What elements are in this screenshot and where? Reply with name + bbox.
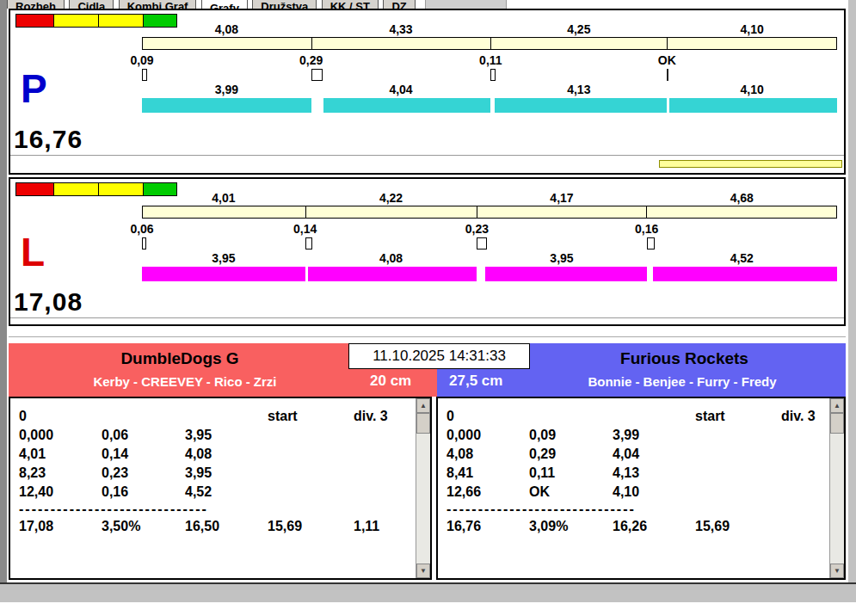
left-results-table: 0 start div. 3 0,000 0,06 3,95 4 (19, 407, 410, 536)
scrollbar[interactable]: ▲ ▼ (416, 398, 430, 578)
table-cell: 15,69 (268, 519, 354, 534)
table-cell: 1,11 (354, 519, 410, 534)
legend-red-box (15, 182, 54, 196)
table-cell: 16,26 (613, 519, 695, 534)
dog-time-label: 4,52 (647, 251, 837, 265)
right-team-subtitle: 27,5 cm Bonnie - Benjee - Furry - Fredy (437, 373, 846, 390)
dog-time-label: 4,13 (490, 83, 667, 96)
scroll-up-button[interactable]: ▲ (416, 398, 430, 413)
table-cell: 0,11 (529, 465, 613, 481)
table-cell: start (695, 409, 781, 424)
scroll-down-button[interactable]: ▼ (830, 564, 844, 578)
lane-l-graph: 4,01 4,22 4,17 4,68 0,06 0,14 0,23 0,16 (142, 191, 837, 287)
table-cell: 8,41 (446, 465, 529, 481)
crossing-time-label: 0,23 (446, 222, 507, 236)
table-row: 8,41 0,11 4,13 (446, 464, 823, 483)
table-cell: 0,29 (529, 447, 613, 462)
dog-time-label: 4,08 (305, 251, 477, 265)
tab-dz[interactable]: DZ (383, 0, 415, 9)
split-divider (477, 206, 477, 218)
table-cell: 12,66 (446, 484, 529, 500)
split-divider (667, 38, 668, 49)
table-cell: 0,16 (102, 484, 185, 500)
legend-yellow-box (98, 14, 144, 28)
scroll-thumb[interactable] (416, 413, 430, 434)
timestamp: 11.10.2025 14:31:33 (348, 343, 530, 369)
scroll-thumb[interactable] (830, 413, 844, 434)
split-divider (490, 38, 491, 49)
legend-yellow-box (98, 182, 144, 196)
dog-time-bar (485, 267, 646, 281)
crossing-time-label: 0,29 (281, 53, 342, 67)
tab-cidla[interactable]: Cidla (69, 0, 114, 9)
split-time-label: 4,08 (142, 22, 311, 36)
lane-letter: P (21, 69, 47, 108)
dog-time-bar (653, 267, 837, 281)
table-cell: div. 3 (354, 409, 410, 424)
dog-time-bar (323, 98, 491, 113)
tab-druzstva[interactable]: Družstva (252, 0, 317, 9)
tab-label: Kombi Graf (127, 0, 188, 9)
crossing-tick (142, 69, 147, 81)
tab-grafy[interactable]: Grafy (201, 0, 248, 9)
scrollbar[interactable]: ▲ ▼ (829, 398, 844, 578)
split-divider (646, 206, 647, 218)
result-tables: 0 start div. 3 0,000 0,06 3,95 4 (9, 397, 846, 580)
table-row: 0,000 0,09 3,99 (446, 426, 823, 445)
split-bar (142, 37, 837, 50)
lane-l-panel: L 17,08 4,01 4,22 4,17 4,68 0,06 0,14 0,… (9, 177, 846, 326)
crossing-tick (490, 69, 496, 81)
team-headers: DumbleDogs G Kerby - CREEVEY - Rico - Zr… (9, 343, 846, 397)
dog-time-label: 4,10 (667, 83, 837, 96)
tab-label: Družstva (261, 0, 308, 9)
dog-time-label: 3,95 (477, 251, 646, 265)
tab-label: Grafy (210, 2, 239, 9)
crossing-time-label: OK (637, 53, 697, 67)
window-content: Rozbeh Cidla Kombi Graf Grafy Družstva K… (7, 0, 848, 582)
table-summary-row: 17,08 3,50% 16,50 15,69 1,11 (19, 517, 410, 536)
table-header-row: 0 start div. 3 (446, 407, 823, 426)
tab-label: Rozbeh (15, 0, 56, 9)
split-time-label: 4,01 (142, 191, 305, 205)
tab-rozbeh[interactable]: Rozbeh (7, 0, 65, 9)
left-team-dogs: Kerby - CREEVEY - Rico - Zrzi (9, 374, 361, 389)
tab-kombi-graf[interactable]: Kombi Graf (119, 0, 197, 9)
crossing-time-label: 0,09 (112, 53, 172, 67)
table-cell: 0,000 (446, 428, 529, 443)
dog-time-bar (142, 267, 305, 281)
table-header-row: 0 start div. 3 (19, 407, 410, 426)
split-time-label: 4,22 (305, 191, 477, 205)
left-team-jump-height: 20 cm (361, 373, 437, 390)
window-frame-right (848, 0, 856, 582)
window-frame-left (0, 0, 7, 582)
tab-bar-scrollbar[interactable] (425, 0, 507, 9)
timer-progress-strip (659, 160, 842, 168)
table-row: 4,08 0,29 4,04 (446, 445, 823, 464)
table-row: 4,01 0,14 4,08 (19, 445, 410, 464)
table-cell: 4,10 (613, 484, 695, 500)
split-time-label: 4,10 (667, 22, 837, 36)
crossing-tick (305, 237, 312, 249)
legend-yellow-box (53, 14, 99, 28)
tab-kk-st[interactable]: KK / ST (322, 0, 379, 9)
right-team-dogs: Bonnie - Benjee - Furry - Fredy (519, 374, 846, 389)
table-row: 8,23 0,23 3,95 (19, 464, 410, 483)
crossing-tick-ok (667, 69, 668, 81)
crossing-tick (142, 237, 146, 249)
lane-p-panel: P 16,76 4,08 4,33 4,25 4,10 0,09 0,29 0,… (9, 9, 846, 175)
right-team-jump-height: 27,5 cm (437, 373, 519, 390)
table-cell: 8,23 (19, 465, 102, 481)
window-frame-bottom (0, 582, 856, 602)
table-cell: 3,99 (613, 428, 695, 443)
table-cell: 4,13 (613, 465, 695, 481)
lane-total-time: 17,08 (14, 287, 83, 317)
table-cell: 0,06 (102, 428, 185, 443)
table-cell: 0 (19, 409, 102, 424)
table-cell: 4,04 (613, 447, 695, 462)
table-cell: OK (529, 484, 613, 500)
scroll-down-button[interactable]: ▼ (416, 564, 430, 578)
scroll-up-button[interactable]: ▲ (830, 398, 844, 413)
crossing-tick (647, 237, 655, 249)
dog-time-label: 3,95 (142, 251, 305, 265)
table-cell: 0 (446, 409, 529, 424)
